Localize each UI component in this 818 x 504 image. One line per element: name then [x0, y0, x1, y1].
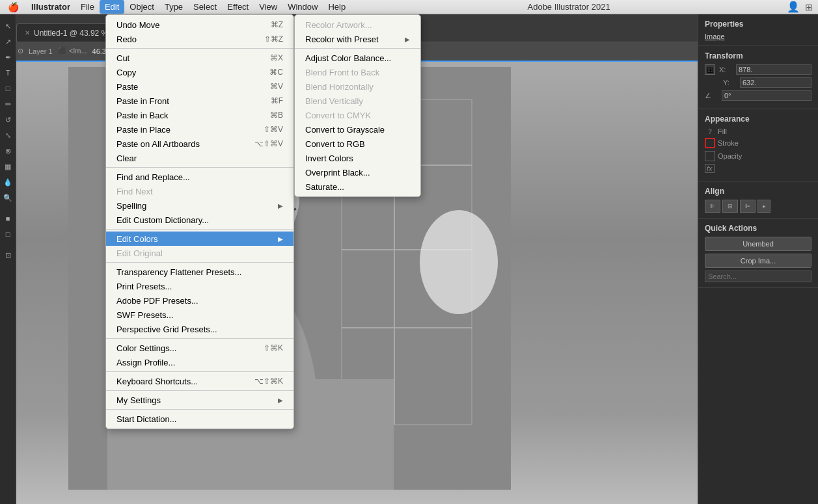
submenu-convert-rgb[interactable]: Convert to RGB	[295, 137, 420, 151]
crop-image-button[interactable]: Crop Ima...	[705, 254, 811, 268]
left-toolbar: ↖ ↗ ✒ T □ ✏ ↺ ⤡ ⊗ ▦ 💧 🔍 ■ □ ⊡	[0, 14, 16, 504]
pen-tool[interactable]: ✒	[1, 51, 14, 64]
angle-value[interactable]: 0°	[722, 90, 811, 101]
menu-keyboard-shortcuts[interactable]: Keyboard Shortcuts... ⌥⇧⌘K	[106, 374, 293, 388]
quick-actions-search[interactable]	[705, 271, 811, 282]
menu-paste-in-place[interactable]: Paste in Place ⇧⌘V	[106, 122, 293, 137]
menu-edit-colors[interactable]: Edit Colors ▶	[106, 232, 293, 246]
menu-copy[interactable]: Copy ⌘C	[106, 65, 293, 79]
y-value[interactable]: 632.	[740, 77, 811, 88]
menubar-item-view[interactable]: View	[254, 0, 282, 14]
quick-actions-section: Quick Actions Unembed Crop Ima...	[698, 219, 818, 288]
menubar-item-edit[interactable]: Edit	[100, 0, 124, 14]
menu-redo[interactable]: Redo ⇧⌘Z	[106, 32, 293, 46]
menu-edit-custom-dict[interactable]: Edit Custom Dictionary...	[106, 213, 293, 227]
type-tool[interactable]: T	[1, 66, 14, 79]
apple-menu[interactable]: 🍎	[0, 2, 26, 12]
submenu-saturate[interactable]: Saturate...	[295, 179, 420, 194]
scale-tool[interactable]: ⤡	[1, 129, 14, 142]
menu-my-settings[interactable]: My Settings ▶	[106, 393, 293, 407]
window-icon[interactable]: ⊞	[805, 2, 813, 12]
fill-question-icon: ?	[705, 128, 715, 135]
menubar-item-window[interactable]: Window	[282, 0, 323, 14]
edit-colors-submenu: Recolor Artwork... Recolor with Preset ▶…	[294, 14, 421, 197]
submenu-recolor-preset[interactable]: Recolor with Preset ▶	[295, 32, 420, 46]
submenu-convert-grayscale[interactable]: Convert to Grayscale	[295, 122, 420, 137]
user-icon[interactable]: 👤	[787, 1, 800, 13]
select-tool[interactable]: ↖	[1, 20, 14, 33]
menu-undo[interactable]: Undo Move ⌘Z	[106, 18, 293, 32]
menu-paste-front[interactable]: Paste in Front ⌘F	[106, 94, 293, 108]
properties-title: Properties	[705, 20, 811, 29]
menu-clear[interactable]: Clear	[106, 151, 293, 165]
menu-find-next[interactable]: Find Next	[106, 184, 293, 198]
menu-transparency-flattener[interactable]: Transparency Flattener Presets...	[106, 265, 293, 279]
right-panel: Properties Image Transform ⊞ X: 878. Y: …	[698, 14, 818, 504]
align-expand-btn[interactable]: ▸	[757, 200, 770, 213]
menu-perspective-presets[interactable]: Perspective Grid Presets...	[106, 322, 293, 336]
unembed-button[interactable]: Unembed	[705, 237, 811, 251]
sep-7	[106, 390, 293, 391]
menubar-item-file[interactable]: File	[75, 0, 100, 14]
quick-actions-title: Quick Actions	[705, 224, 811, 233]
menu-pdf-presets[interactable]: Adobe PDF Presets...	[106, 293, 293, 308]
fill-color[interactable]: ■	[1, 212, 14, 225]
menubar-item-type[interactable]: Type	[159, 0, 188, 14]
zoom-tool[interactable]: 🔍	[1, 191, 14, 204]
menubar-right: 👤 ⊞	[787, 1, 818, 13]
tab-close[interactable]: ✕	[25, 29, 30, 36]
menubar-item-illustrator[interactable]: Illustrator	[26, 0, 75, 14]
gradient-tool[interactable]: ▦	[1, 160, 14, 173]
menu-paste-all-artboards[interactable]: Paste on All Artboards ⌥⇧⌘V	[106, 137, 293, 151]
x-value[interactable]: 878.	[736, 64, 811, 75]
menu-swf-presets[interactable]: SWF Presets...	[106, 308, 293, 322]
menubar-item-select[interactable]: Select	[188, 0, 222, 14]
submenu-recolor-artwork[interactable]: Recolor Artwork...	[295, 18, 420, 32]
menu-start-dictation[interactable]: Start Dictation...	[106, 412, 293, 426]
eyedropper-tool[interactable]: 💧	[1, 176, 14, 189]
menubar-item-help[interactable]: Help	[323, 0, 351, 14]
rotate-tool[interactable]: ↺	[1, 113, 14, 126]
appearance-title: Appearance	[705, 114, 811, 124]
opacity-icon	[705, 151, 715, 161]
change-mode[interactable]: ⊡	[1, 248, 14, 261]
direct-select-tool[interactable]: ↗	[1, 35, 14, 48]
menu-spelling[interactable]: Spelling ▶	[106, 198, 293, 213]
shape-tool[interactable]: □	[1, 82, 14, 95]
menu-assign-profile[interactable]: Assign Profile...	[106, 355, 293, 369]
menu-cut[interactable]: Cut ⌘X	[106, 51, 293, 65]
align-right-btn[interactable]: ⊫	[740, 200, 756, 213]
submenu-blend-vertically[interactable]: Blend Vertically	[295, 94, 420, 108]
submenu-invert-colors[interactable]: Invert Colors	[295, 151, 420, 165]
align-left-btn[interactable]: ⊪	[705, 200, 720, 213]
submenu-blend-front-back[interactable]: Blend Front to Back	[295, 65, 420, 79]
sep-3	[106, 229, 293, 230]
stroke-label: Stroke	[718, 139, 739, 147]
stroke-row: Stroke	[705, 138, 811, 148]
menubar-item-object[interactable]: Object	[124, 0, 159, 14]
image-link[interactable]: Image	[705, 33, 811, 40]
submenu-blend-horizontally[interactable]: Blend Horizontally	[295, 79, 420, 94]
sep-4	[106, 262, 293, 263]
submenu-adjust-color-balance[interactable]: Adjust Color Balance...	[295, 51, 420, 65]
menu-find-replace[interactable]: Find and Replace...	[106, 170, 293, 184]
submenu-overprint-black[interactable]: Overprint Black...	[295, 165, 420, 179]
brush-tool[interactable]: ✏	[1, 98, 14, 111]
menu-edit-original[interactable]: Edit Original	[106, 246, 293, 260]
blend-tool[interactable]: ⊗	[1, 144, 14, 157]
menu-paste-back[interactable]: Paste in Back ⌘B	[106, 108, 293, 122]
search-field-area	[705, 271, 811, 282]
menu-paste[interactable]: Paste ⌘V	[106, 79, 293, 94]
x-label: X:	[719, 66, 732, 73]
y-label: Y:	[723, 79, 736, 86]
submenu-convert-cmyk[interactable]: Convert to CMYK	[295, 108, 420, 122]
sep-8	[106, 409, 293, 410]
menubar-item-effect[interactable]: Effect	[222, 0, 254, 14]
menu-print-presets[interactable]: Print Presets...	[106, 279, 293, 293]
sep-6	[106, 371, 293, 372]
fx-row[interactable]: fx	[705, 164, 811, 173]
stroke-color[interactable]: □	[1, 228, 14, 241]
align-center-h-btn[interactable]: ⊟	[722, 200, 738, 213]
app-title: Adobe Illustrator 2021	[351, 2, 787, 12]
menu-color-settings[interactable]: Color Settings... ⇧⌘K	[106, 341, 293, 355]
